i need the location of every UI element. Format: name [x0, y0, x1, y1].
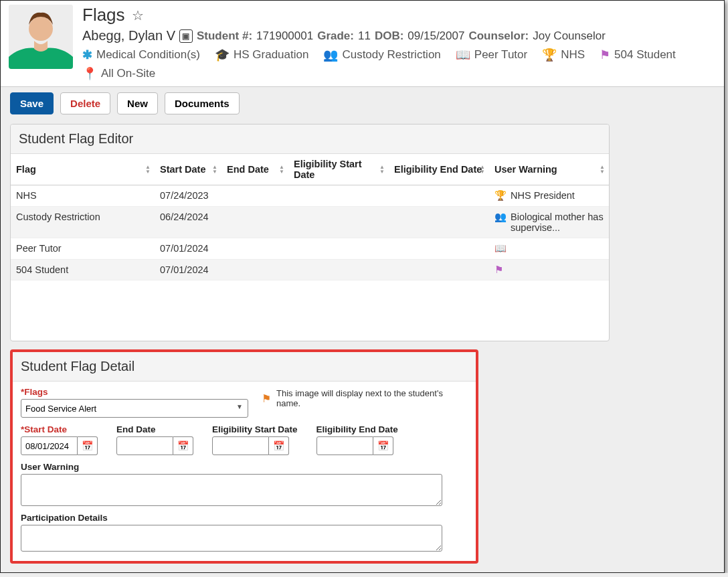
- col-end[interactable]: End Date▲▼: [221, 154, 288, 185]
- action-bar: Save Delete New Documents: [1, 87, 724, 124]
- end-date-input[interactable]: [116, 436, 173, 455]
- flag-label: 504 Student: [614, 48, 676, 62]
- cell-end: [221, 207, 288, 238]
- start-date-picker-button[interactable]: 📅: [78, 436, 98, 455]
- student-flag-detail-panel: Student Flag Detail *Flags Food Service …: [10, 349, 478, 564]
- cell-end: [221, 260, 288, 280]
- col-elig-start[interactable]: Eligibility Start Date▲▼: [288, 154, 389, 185]
- col-warning[interactable]: User Warning▲▼: [489, 154, 609, 185]
- flag-onsite[interactable]: 📍 All On-Site: [82, 66, 155, 81]
- cell-warning: 👥Biological mother has supervise...: [489, 207, 609, 238]
- col-elig-end[interactable]: Eligibility End Date▲▼: [389, 154, 489, 185]
- user-warning-input[interactable]: [21, 474, 442, 506]
- table-row[interactable]: Peer Tutor07/01/2024📖: [11, 238, 609, 260]
- flag-icon: ⚑: [494, 264, 503, 275]
- counselor-label: Counselor:: [468, 29, 529, 43]
- cell-start: 07/24/2023: [155, 185, 221, 207]
- flag-custody[interactable]: 👥 Custody Restriction: [323, 48, 440, 62]
- cell-start: 06/24/2024: [155, 207, 221, 238]
- flag-label: All On-Site: [101, 67, 155, 80]
- cell-end: [221, 238, 288, 260]
- favorite-star-icon[interactable]: ☆: [132, 7, 144, 23]
- elig-end-input[interactable]: [316, 436, 373, 455]
- grade-value: 11: [358, 29, 371, 43]
- onsite-icon: 📍: [82, 66, 97, 81]
- people-icon: 👥: [494, 212, 507, 223]
- flag-hint: This image will display next to the stud…: [276, 388, 468, 408]
- end-date-label: End Date: [116, 424, 193, 434]
- svg-point-1: [29, 17, 53, 41]
- dob-value: 09/15/2007: [407, 29, 464, 43]
- cell-warning: 🏆NHS President: [489, 185, 609, 207]
- cell-elig-end: [389, 207, 489, 238]
- table-row[interactable]: NHS07/24/2023🏆NHS President: [11, 185, 609, 207]
- cell-flag: Peer Tutor: [11, 238, 155, 260]
- flag-icon: ⚑: [600, 48, 610, 62]
- start-date-label: *Start Date: [21, 424, 98, 434]
- flag-504[interactable]: ⚑ 504 Student: [600, 48, 676, 62]
- new-button[interactable]: New: [117, 92, 158, 114]
- detail-title: Student Flag Detail: [13, 352, 476, 382]
- counselor-value: Joy Counselor: [533, 29, 606, 43]
- book-icon: 📖: [456, 48, 470, 62]
- start-date-input[interactable]: [21, 436, 78, 455]
- cell-flag: NHS: [11, 185, 155, 207]
- flag-label: NHS: [561, 48, 585, 62]
- cell-elig-start: [288, 260, 389, 280]
- cell-flag: Custody Restriction: [11, 207, 155, 238]
- student-header: Flags ☆ Abegg, Dylan V ▣ Student #: 1719…: [1, 1, 724, 87]
- cell-end: [221, 185, 288, 207]
- user-warning-label: User Warning: [21, 462, 468, 472]
- flag-label: Peer Tutor: [474, 48, 527, 62]
- student-flag-editor-panel: Student Flag Editor Flag▲▼ Start Date▲▼ …: [10, 124, 610, 341]
- save-button[interactable]: Save: [10, 92, 54, 114]
- flag-nhs[interactable]: 🏆 NHS: [542, 48, 585, 62]
- cell-elig-end: [389, 185, 489, 207]
- page-title: Flags: [82, 5, 125, 25]
- table-row[interactable]: Custody Restriction06/24/2024👥Biological…: [11, 207, 609, 238]
- flag-label: Medical Condition(s): [96, 48, 200, 62]
- flags-select[interactable]: Food Service Alert: [21, 399, 248, 418]
- graduation-icon: 🎓: [215, 48, 230, 62]
- elig-end-picker-button[interactable]: 📅: [373, 436, 393, 455]
- student-number-label: Student #:: [197, 29, 252, 43]
- flag-preview-icon: ⚑: [262, 392, 271, 405]
- elig-start-picker-button[interactable]: 📅: [269, 436, 289, 455]
- flag-peer-tutor[interactable]: 📖 Peer Tutor: [456, 48, 527, 62]
- elig-start-label: Eligibility Start Date: [212, 424, 298, 434]
- cell-elig-end: [389, 238, 489, 260]
- flags-label: *Flags: [21, 387, 248, 397]
- student-photo[interactable]: [9, 5, 73, 69]
- flag-graduation[interactable]: 🎓 HS Graduation: [215, 48, 308, 62]
- trophy-icon: 🏆: [542, 48, 557, 62]
- cell-elig-start: [288, 238, 389, 260]
- grade-label: Grade:: [317, 29, 354, 43]
- medical-icon: ✱: [82, 49, 92, 61]
- cell-elig-start: [288, 185, 389, 207]
- elig-start-input[interactable]: [212, 436, 269, 455]
- id-card-icon[interactable]: ▣: [179, 29, 193, 43]
- flag-label: HS Graduation: [234, 48, 308, 62]
- student-number: 171900001: [256, 29, 313, 43]
- student-name: Abegg, Dylan V: [82, 28, 175, 44]
- end-date-picker-button[interactable]: 📅: [173, 436, 193, 455]
- participation-label: Participation Details: [21, 513, 468, 523]
- book-icon: 📖: [494, 243, 507, 254]
- flag-label: Custody Restriction: [342, 48, 440, 62]
- table-row[interactable]: 504 Student07/01/2024⚑: [11, 260, 609, 280]
- trophy-icon: 🏆: [494, 190, 507, 201]
- cell-flag: 504 Student: [11, 260, 155, 280]
- editor-title: Student Flag Editor: [11, 125, 609, 154]
- cell-warning: 📖: [489, 238, 609, 260]
- col-flag[interactable]: Flag▲▼: [11, 154, 155, 185]
- delete-button[interactable]: Delete: [60, 92, 110, 114]
- participation-input[interactable]: [21, 525, 442, 552]
- col-start[interactable]: Start Date▲▼: [155, 154, 221, 185]
- flag-table: Flag▲▼ Start Date▲▼ End Date▲▼ Eligibili…: [11, 154, 609, 280]
- cell-warning: ⚑: [489, 260, 609, 280]
- flag-medical[interactable]: ✱ Medical Condition(s): [82, 48, 200, 62]
- cell-elig-end: [389, 260, 489, 280]
- cell-elig-start: [288, 207, 389, 238]
- cell-start: 07/01/2024: [155, 238, 221, 260]
- documents-button[interactable]: Documents: [165, 92, 240, 114]
